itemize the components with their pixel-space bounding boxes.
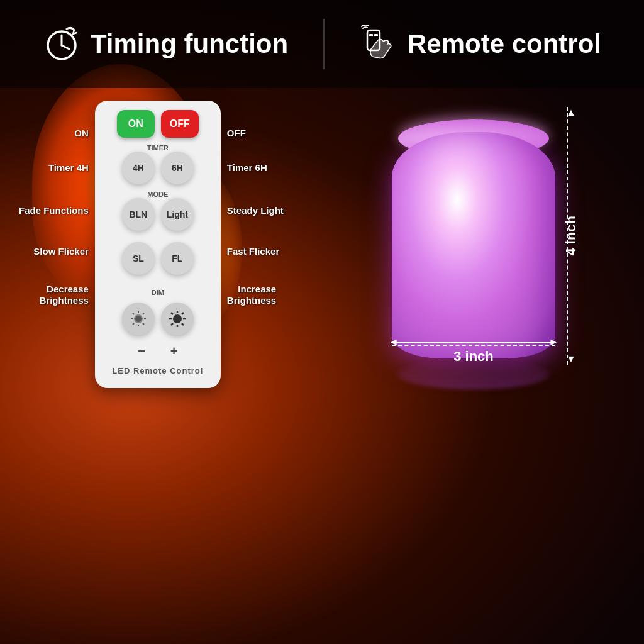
- label-steady-light: Steady Light: [227, 189, 284, 233]
- arrow-down-icon: ▼: [566, 353, 576, 365]
- label-timer6h: Timer 6H: [227, 147, 284, 189]
- left-labels: ON Timer 4H Fade Functions Slow Flicker …: [19, 101, 95, 319]
- header: Timing function Remote control: [0, 0, 644, 88]
- main-content: ON Timer 4H Fade Functions Slow Flicker …: [0, 88, 644, 644]
- btn-4h[interactable]: 4H: [122, 152, 155, 184]
- btn-off[interactable]: OFF: [161, 110, 199, 138]
- svg-line-19: [171, 313, 173, 314]
- sun-dim-icon: [130, 310, 147, 328]
- svg-rect-2: [369, 34, 373, 36]
- plus-symbol: +: [170, 344, 178, 358]
- dim-buttons: [122, 303, 194, 335]
- minus-symbol: −: [138, 344, 145, 358]
- arrow-left-icon: ◄: [389, 336, 399, 348]
- svg-line-21: [182, 313, 184, 314]
- label-off: OFF: [227, 119, 284, 147]
- on-off-row: ON OFF: [106, 110, 209, 138]
- width-measurement-label: 3 inch: [453, 348, 494, 365]
- label-increase-brightness: Increase Brightness: [227, 270, 284, 319]
- dim-row: DIM: [106, 289, 209, 358]
- remote-icon: [360, 25, 397, 63]
- btn-on[interactable]: ON: [117, 110, 155, 138]
- svg-line-20: [182, 323, 184, 325]
- height-measurement-label: 4 inch: [563, 216, 579, 256]
- arrow-right-icon: ►: [548, 336, 558, 348]
- header-divider: [323, 19, 325, 69]
- svg-line-10: [133, 313, 134, 314]
- candle-section: ▲ 4 inch ▼ ◄ ► 3 inch: [322, 101, 625, 399]
- svg-line-12: [143, 313, 144, 314]
- right-labels: OFF Timer 6H Steady Light Fast Flicker I…: [221, 101, 284, 319]
- btn-light[interactable]: Light: [161, 198, 194, 231]
- dim-symbols: − +: [138, 341, 177, 358]
- remote-section: Remote control: [360, 25, 601, 63]
- btn-fl[interactable]: FL: [161, 242, 194, 275]
- timer-row: TIMER 4H 6H: [106, 152, 209, 184]
- v-arrow-container: ▲ 4 inch ▼: [563, 107, 579, 365]
- svg-line-11: [143, 323, 144, 325]
- timer-label: TIMER: [147, 144, 169, 152]
- label-on: ON: [74, 119, 89, 147]
- remote-footer-label: LED Remote Control: [112, 366, 203, 375]
- btn-dim-increase[interactable]: [161, 303, 194, 335]
- btn-sl[interactable]: SL: [122, 242, 155, 275]
- timing-title: Timing function: [91, 29, 288, 59]
- svg-point-14: [173, 314, 182, 323]
- width-measurement: ◄ ► 3 inch: [392, 342, 555, 365]
- label-decrease-brightness: Decrease Brightness: [39, 270, 88, 319]
- btn-dim-decrease[interactable]: [122, 303, 155, 335]
- candle: [392, 119, 555, 358]
- label-fade: Fade Functions: [19, 189, 89, 233]
- remote-control: ON OFF TIMER 4H 6H MODE BLN Light SL FL: [95, 101, 221, 388]
- svg-rect-3: [374, 34, 378, 36]
- btn-6h[interactable]: 6H: [161, 152, 194, 184]
- candle-body: [392, 132, 555, 358]
- svg-line-13: [133, 323, 134, 325]
- label-timer4h: Timer 4H: [48, 147, 89, 189]
- timing-section: Timing function: [43, 25, 288, 63]
- arrow-up-icon: ▲: [566, 107, 576, 118]
- candle-measurement-area: ▲ 4 inch ▼ ◄ ► 3 inch: [392, 107, 555, 399]
- svg-point-5: [135, 316, 142, 322]
- label-slow-flicker: Slow Flicker: [33, 233, 89, 270]
- dim-label: DIM: [152, 289, 164, 296]
- clock-icon: [43, 25, 80, 63]
- mode-label: MODE: [147, 191, 168, 198]
- remote-title: Remote control: [408, 29, 601, 59]
- left-section: ON Timer 4H Fade Functions Slow Flicker …: [19, 101, 322, 388]
- h-arrow-line: ◄ ►: [392, 342, 555, 343]
- mode-row: MODE BLN Light: [106, 198, 209, 231]
- svg-line-22: [171, 323, 173, 325]
- sl-fl-row: SL FL: [106, 242, 209, 275]
- btn-bln[interactable]: BLN: [122, 198, 155, 231]
- sun-bright-icon: [169, 310, 186, 328]
- label-fast-flicker: Fast Flicker: [227, 233, 284, 270]
